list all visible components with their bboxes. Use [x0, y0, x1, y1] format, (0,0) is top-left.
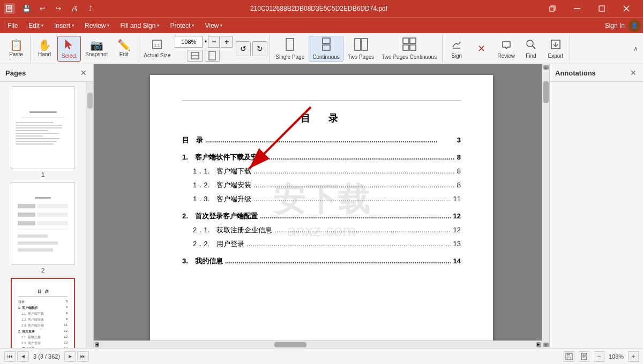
review-button[interactable]: Review: [494, 36, 518, 62]
menu-fill-sign[interactable]: Fill and Sign ▾: [115, 20, 165, 32]
fit-page-btn[interactable]: [205, 50, 220, 62]
undo-quick-btn[interactable]: ↩: [35, 3, 49, 14]
toolbar: 📋 Paste ✋ Hand Select 📷 Snapshot ✏️ Edit…: [0, 33, 643, 64]
pdf-horizontal-scrollbar[interactable]: ◄ ►: [94, 340, 542, 348]
select-button[interactable]: Select: [57, 36, 81, 62]
menu-fill-sign-arrow: ▾: [157, 23, 159, 28]
zoom-plus-btn[interactable]: +: [221, 36, 233, 48]
minimize-btn[interactable]: [565, 0, 589, 17]
fit-width-btn[interactable]: [188, 50, 203, 62]
menu-file[interactable]: File: [2, 20, 23, 32]
page-thumb-1[interactable]: 1: [4, 86, 81, 178]
sign-in-button[interactable]: Sign In 👤: [605, 19, 641, 32]
pages-panel-title: Pages: [5, 69, 26, 77]
title-bar: 💾 ↩ ↪ 🖨 ⤴ 210C012688B2DB08D3E5C5D2EDB6DD…: [0, 0, 643, 17]
annotations-panel-close[interactable]: ✕: [629, 67, 638, 78]
prev-page-btn[interactable]: ◄: [17, 351, 29, 362]
edit-icon: ✏️: [117, 40, 131, 50]
snapshot-button[interactable]: 📷 Snapshot: [82, 36, 111, 62]
page-thumb-2[interactable]: 2: [4, 182, 81, 274]
toc-item-2-1: 2．1. 获取注册企业信息 ..........................…: [182, 225, 461, 235]
two-pages-continuous-icon: [402, 37, 416, 53]
edit-button[interactable]: ✏️ Edit: [112, 36, 136, 62]
paste-button[interactable]: 📋 Paste: [4, 36, 28, 62]
toc-item-2-2: 2．2. 用户登录 ..............................…: [182, 239, 461, 249]
svg-rect-4: [550, 7, 554, 11]
share-quick-btn[interactable]: ⤴: [84, 3, 98, 14]
pdf-vertical-scrollbar[interactable]: ▲ ▼: [542, 64, 549, 348]
page-num-1: 1: [41, 171, 44, 178]
annotations-panel-header: Annotations ✕: [550, 64, 643, 82]
svg-rect-33: [567, 357, 571, 360]
pages-panel-close[interactable]: ✕: [79, 67, 88, 78]
find-icon: [525, 39, 537, 52]
save-quick-btn[interactable]: 💾: [19, 3, 33, 14]
review-icon: [500, 39, 512, 52]
menu-view[interactable]: View ▾: [199, 20, 228, 32]
first-page-btn[interactable]: ⏮: [4, 351, 16, 362]
redo-quick-btn[interactable]: ↪: [51, 3, 65, 14]
quick-access-toolbar: 💾 ↩ ↪ 🖨 ⤴: [19, 3, 98, 14]
zoom-input[interactable]: 108%: [175, 36, 203, 48]
two-pages-icon: [354, 37, 368, 53]
menu-review[interactable]: Review ▾: [79, 20, 115, 32]
svg-rect-23: [410, 45, 416, 50]
next-page-btn[interactable]: ►: [64, 351, 76, 362]
pages-panel-scrollbar[interactable]: [86, 82, 93, 348]
two-pages-continuous-button[interactable]: Two Pages Continuous: [378, 36, 440, 62]
svg-rect-34: [581, 353, 587, 360]
pdf-viewer: 目 录 目 录 ................................…: [94, 64, 549, 348]
menu-insert[interactable]: Insert ▾: [49, 20, 79, 32]
menu-protect-arrow: ▾: [192, 23, 194, 28]
rotate-left-btn[interactable]: ↺: [236, 41, 251, 56]
clipboard-section: 📋 Paste: [2, 35, 31, 63]
zoom-in-status-btn[interactable]: +: [628, 351, 639, 362]
save-status-icon[interactable]: [564, 351, 574, 362]
sign-button[interactable]: Sign: [445, 36, 468, 62]
annotations-panel-title: Annotations: [555, 69, 596, 77]
properties-status-icon[interactable]: [579, 351, 589, 362]
fit-buttons: [188, 50, 220, 62]
sign-x-button[interactable]: ✕: [469, 36, 493, 62]
page-info: 3 (3 / 362): [33, 353, 60, 360]
toc-item-0: 目 录 ....................................…: [182, 135, 461, 145]
toc-item-2: 2. 首次登录客户端配置 ...........................…: [182, 211, 461, 221]
last-page-btn[interactable]: ⏭: [77, 351, 89, 362]
maximize-btn[interactable]: [589, 0, 614, 17]
rotate-buttons: ↺ ↻: [236, 41, 267, 56]
continuous-button[interactable]: Continuous: [309, 36, 343, 62]
single-page-button[interactable]: Single Page: [272, 36, 308, 62]
zoom-dropdown-arrow[interactable]: ▾: [205, 39, 207, 44]
pdf-scroll-area[interactable]: 目 录 目 录 ................................…: [94, 64, 549, 348]
actual-size-button[interactable]: 1:1 Actual Size: [140, 36, 174, 62]
svg-rect-22: [403, 45, 409, 50]
svg-rect-21: [410, 38, 416, 43]
menu-protect[interactable]: Protect ▾: [165, 20, 199, 32]
close-btn[interactable]: [614, 0, 639, 17]
print-quick-btn[interactable]: 🖨: [68, 3, 81, 14]
page-thumb-3[interactable]: 目 录 目录3 1. 客户端软件8 1.1. 客户端下载8 1.2. 客户端安装…: [4, 278, 81, 348]
menu-edit-arrow: ▾: [41, 23, 43, 28]
pages-list: 1: [0, 82, 86, 348]
zoom-status-value: 108%: [607, 353, 626, 360]
svg-rect-15: [286, 39, 294, 50]
toolbar-collapse-btn[interactable]: ∧: [630, 33, 641, 64]
zoom-out-status-btn[interactable]: −: [594, 351, 604, 362]
restore-btn[interactable]: [540, 0, 565, 17]
select-icon: [63, 39, 75, 52]
hand-button[interactable]: ✋ Hand: [33, 36, 56, 62]
two-pages-button[interactable]: Two Pages: [345, 36, 377, 62]
view-modes-section: Single Page Continuous Two Pages Two Pag…: [270, 35, 443, 63]
window-title: 210C012688B2DB08D3E5C5D2EDB6DD74.pdf: [98, 5, 540, 12]
menu-edit[interactable]: Edit ▾: [23, 20, 49, 32]
page-thumb-img-3: 目 录 目录3 1. 客户端软件8 1.1. 客户端下载8 1.2. 客户端安装…: [11, 278, 75, 348]
pages-panel: Pages ✕: [0, 64, 94, 348]
svg-rect-6: [599, 6, 604, 11]
find-button[interactable]: Find: [519, 36, 543, 62]
rotate-right-btn[interactable]: ↻: [252, 41, 267, 56]
export-button[interactable]: Export: [544, 36, 567, 62]
zoom-status-controls: − 108% +: [594, 351, 639, 362]
zoom-minus-btn[interactable]: −: [208, 36, 220, 48]
menu-bar-right: Sign In 👤: [605, 19, 641, 32]
zoom-section: 1:1 Actual Size 108% ▾ − + ↺ ↻: [138, 35, 270, 63]
